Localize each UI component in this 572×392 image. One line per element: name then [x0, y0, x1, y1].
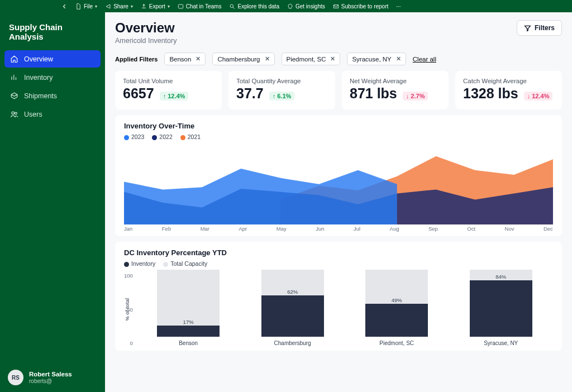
kpi-label: Total Quantity Average [236, 78, 327, 84]
kpi-delta: ↑ 6.1% [269, 92, 295, 101]
remove-filter-icon[interactable]: ✕ [265, 55, 270, 63]
kpi-delta: ↓ 12.4% [524, 92, 553, 101]
filters-button-label: Filters [535, 24, 555, 32]
remove-filter-icon[interactable]: ✕ [196, 55, 201, 63]
clear-all-filters[interactable]: Clear all [413, 56, 436, 63]
x-axis-tick: Aug [390, 226, 399, 232]
ribbon-export[interactable]: Export ▾ [141, 3, 170, 9]
x-axis-tick: Nov [505, 226, 514, 232]
bar-category-label: Benson [179, 340, 198, 346]
teams-icon [178, 3, 184, 9]
user-email: roberts@ [29, 378, 72, 385]
bar: 84% [470, 270, 532, 337]
legend-2022: 2022 [152, 133, 172, 140]
ribbon-chat-label: Chat in Teams [186, 3, 222, 9]
filter-pill-label: Syracuse, NY [352, 56, 391, 63]
kpi-value: 6657 [123, 85, 154, 102]
filter-pill: Syracuse, NY✕ [347, 52, 406, 65]
bar-value-label: 62% [261, 289, 324, 295]
kpi-value: 871 lbs [350, 85, 397, 102]
inventory-over-time-chart [124, 144, 553, 224]
x-axis-tick: Jun [316, 226, 324, 232]
x-axis-tick: Mar [201, 226, 209, 232]
chevron-left-icon [61, 3, 68, 9]
remove-filter-icon[interactable]: ✕ [396, 55, 401, 63]
x-axis-tick: Apr [239, 226, 247, 232]
ellipsis-icon: ··· [396, 3, 401, 9]
share-icon [105, 3, 111, 9]
kpi-card: Net Weight Average871 lbs↓ 2.7% [342, 71, 449, 109]
ribbon-share-label: Share [113, 3, 128, 9]
bar-slot: 62%Chambersburg [261, 270, 324, 346]
app-title: Supply Chain Analysis [0, 22, 105, 50]
remove-filter-icon[interactable]: ✕ [330, 55, 335, 63]
filter-pill-label: Piedmont, SC [287, 56, 326, 63]
bar-slot: 17%Benson [157, 270, 220, 346]
kpi-label: Catch Weight Average [463, 78, 554, 84]
legend-2023: 2023 [124, 133, 144, 140]
ribbon-share[interactable]: Share ▾ [105, 3, 133, 9]
x-axis-tick: Feb [162, 226, 171, 232]
user-name: Robert Saless [29, 371, 72, 378]
filter-pill: Piedmont, SC✕ [282, 52, 341, 65]
ribbon-subscribe[interactable]: Subscribe to report [333, 3, 389, 9]
kpi-value: 37.7 [236, 85, 264, 102]
chevron-down-icon: ▾ [131, 4, 133, 9]
filters-button[interactable]: Filters [517, 20, 562, 36]
filter-pill-label: Benson [169, 56, 191, 63]
x-axis-tick: Dec [544, 226, 553, 232]
legend-inventory: Inventory [124, 260, 155, 267]
bar-category-label: Piedmont, SC [379, 340, 414, 346]
svg-point-4 [15, 112, 17, 114]
user-block[interactable]: RS Robert Saless roberts@ [0, 363, 105, 392]
ribbon-explore-data[interactable]: Explore this data [229, 3, 279, 9]
ribbon-insights-label: Get insights [295, 3, 325, 9]
sidebar-item-shipments[interactable]: Shipments [4, 87, 101, 104]
bar-slot: 49%Piedmont, SC [365, 270, 428, 346]
x-axis-tick: Jul [354, 226, 360, 232]
page-title: Overview [115, 20, 177, 36]
insights-icon [287, 3, 293, 9]
bar-y-tick: 100 [124, 273, 133, 279]
kpi-card: Total Quantity Average37.7↑ 6.1% [228, 71, 335, 109]
file-icon [75, 3, 82, 9]
bar-value-label: 49% [365, 297, 428, 303]
filter-pill: Benson✕ [164, 52, 206, 65]
bar-y-title: % of total [125, 298, 130, 321]
filter-pill-label: Chambersburg [217, 56, 260, 63]
sidebar-item-inventory[interactable]: Inventory [4, 69, 101, 86]
sidebar-item-label: Users [24, 111, 42, 118]
svg-point-1 [231, 4, 234, 8]
sidebar-item-users[interactable]: Users [4, 106, 101, 123]
kpi-card: Total Unit Volume6657↑ 12.4% [115, 71, 222, 109]
svg-rect-0 [178, 4, 183, 8]
x-axis-tick: Oct [467, 226, 475, 232]
kpi-label: Total Unit Volume [123, 78, 214, 84]
ribbon-chat-in-teams[interactable]: Chat in Teams [178, 3, 222, 9]
bar-slot: 84%Syracuse, NY [470, 270, 532, 346]
legend-2021: 2021 [180, 133, 201, 140]
bar-y-tick: 0 [130, 340, 133, 346]
sidebar-item-overview[interactable]: Overview [4, 50, 101, 68]
kpi-value: 1328 lbs [463, 85, 518, 102]
bar-value-label: 17% [157, 319, 220, 325]
bar-value-label: 84% [470, 274, 532, 280]
filter-pill: Chambersburg✕ [212, 52, 274, 65]
ribbon-file-label: File [84, 3, 93, 9]
x-axis-tick: Jan [124, 226, 132, 232]
ribbon-get-insights[interactable]: Get insights [287, 3, 325, 9]
kpi-card: Catch Weight Average1328 lbs↓ 12.4% [455, 71, 562, 109]
back-button[interactable] [61, 3, 68, 9]
bar: 49% [365, 270, 428, 337]
avatar: RS [8, 370, 23, 385]
ribbon-more[interactable]: ··· [396, 3, 401, 9]
ribbon-file[interactable]: File ▾ [75, 3, 97, 9]
sidebar-item-label: Overview [24, 55, 53, 63]
x-axis-tick: Sep [428, 226, 438, 232]
bar: 62% [261, 270, 324, 337]
bar-category-label: Syracuse, NY [484, 340, 518, 346]
bar-category-label: Chambersburg [274, 340, 311, 346]
sidebar-item-label: Inventory [24, 74, 53, 82]
kpi-label: Net Weight Average [350, 78, 441, 84]
export-icon [141, 3, 147, 9]
